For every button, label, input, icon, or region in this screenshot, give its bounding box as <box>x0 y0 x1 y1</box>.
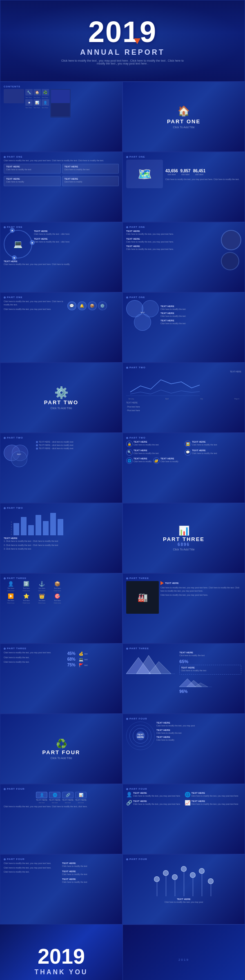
tag-dot-3 <box>4 226 6 228</box>
icon-text-6: 🔐 TEXT HERE Click here to modify <box>153 457 178 464</box>
icon-sub-5: Click here <box>7 602 15 604</box>
bar-7 <box>58 519 63 535</box>
venn-diagram: TEXT <box>126 300 159 331</box>
tag-part-four-3: PART FOUR <box>126 788 241 790</box>
play-icon: ▶️ <box>8 593 14 599</box>
part-one-title: PART ONE <box>167 118 200 125</box>
venn-text-3: TEXT HERE <box>160 319 241 322</box>
thank-you-slide: 2019 THANK YOU <box>0 924 122 980</box>
anchor-icon: ⚓ <box>39 581 45 587</box>
pct-label-3: text <box>85 664 88 666</box>
bar-chart-desc: TEXT HERE 1. Click here to modify the te… <box>4 537 119 551</box>
p4-4-text-blocks: TEXT HERE Click here to modify the text … <box>62 862 119 885</box>
icon-col-7: 👑 Text here Click here <box>35 593 49 604</box>
y-label-4: 4 <box>4 523 12 526</box>
icon-tool: 🔧 <box>25 89 33 96</box>
p4-3-item-3: 🔗 TEXT HERE Click here to modify the tex… <box>126 800 183 807</box>
icon-sub-6: Click here <box>23 602 30 604</box>
hex-3: 🔗 <box>62 792 74 798</box>
tag-dot-4 <box>126 226 128 228</box>
mini-mountain-chart <box>179 675 212 688</box>
text-here-3: TEXT HERE <box>126 245 219 247</box>
tag-part-three-2: PART THREE <box>126 577 241 579</box>
text-here-2: TEXT HERE <box>126 238 219 240</box>
hex-grid: 👤 TEXT HERE text text 🌐 TEXT HERE text t… <box>4 792 119 804</box>
info-box-2: TEXT HERE Click here to modify the text <box>62 164 119 174</box>
info-box-4: TEXT HERE Click here to modify <box>62 176 119 186</box>
bubble-1: 💬 <box>67 301 76 310</box>
part-one-slide-5: PART ONE Click here to modify the text, … <box>0 292 122 363</box>
contents-slide: CONTENTS 🔧 🏠 ♻️ Tool Text Tool Text Tool… <box>0 82 122 152</box>
hero-slide: 2019 ANNUAL REPORT Click here to modify … <box>0 0 245 82</box>
tag-dot-p3-1 <box>4 577 6 579</box>
part-four-slide-3: PART FOUR 👤 TEXT HERE Click here to modi… <box>122 784 245 854</box>
icon-label-5: Text here <box>7 599 14 601</box>
icon-text-3: 🔍 TEXT HERE Click here to modify the tex… <box>126 449 183 456</box>
china-map: 🗺️ <box>126 160 163 188</box>
chart-x-labels: January April July Report <box>126 398 241 400</box>
pct-indicators: 45% 💰 text 68% 💻 text 75% 🚩 text <box>67 651 119 667</box>
p3-4-pct-96: 96% <box>179 689 241 694</box>
tool-text-6: Tool Text <box>42 107 49 109</box>
hex-label-4: TEXT HERE <box>75 799 87 801</box>
p3-2-desc: Click here to modify the text, you may p… <box>160 586 241 592</box>
icon-label-7: Text here <box>38 599 45 601</box>
hex-sub-2: text text <box>52 802 58 804</box>
part-three-click-title: Click To Add Title <box>173 548 194 551</box>
icon-sub-7: Click here <box>38 602 46 604</box>
bar-3 <box>28 525 34 535</box>
part-three-number: 6896 <box>178 542 190 547</box>
icon-person: 👤 <box>42 99 49 106</box>
bar-4 <box>36 515 41 535</box>
text-here-p4-4c: TEXT HERE <box>62 878 87 880</box>
x-label-4: Report <box>234 398 239 400</box>
laptop2-icon: 💻 <box>79 657 83 662</box>
hex-sub-1: text text <box>39 802 45 804</box>
part-one-title-slide: 🏠 PART ONE Click To Add Title <box>122 82 245 152</box>
p4-4-text1: Click here to modify the text, you may p… <box>4 862 60 865</box>
tag-label-p2-3: PART TWO <box>129 437 146 439</box>
lollipop-stem-4 <box>184 872 184 896</box>
part-four-click-title: Click To Add Title <box>50 757 72 760</box>
hex-label-3: TEXT HERE <box>62 799 74 801</box>
part-two-slide-1: PART TWO TEXT HERE January April July Re… <box>122 363 245 433</box>
lock2-icon: 🔐 <box>153 457 160 464</box>
icon-col-4: 📦 Text here Click here <box>50 581 65 592</box>
lollipop-stem-3 <box>175 880 175 896</box>
lollipop-ball-1 <box>154 876 160 882</box>
venn-desc-2: Click here to modify the text <box>160 315 241 318</box>
gear-icon: ⚙️ <box>54 386 69 399</box>
pct-65: 65% <box>179 659 188 664</box>
p4-3-item-1: 👤 TEXT HERE Click here to modify the tex… <box>126 792 183 799</box>
text-header-3: TEXT HERE <box>4 260 119 263</box>
tag-dot-p4-5 <box>126 858 128 860</box>
p4-4-text2: Click here to modify the text, you may p… <box>4 866 60 870</box>
radio-text-2: TEXT HERE - click here to modify text <box>39 444 74 446</box>
tag-dot-p2-2 <box>4 437 6 439</box>
bar-chart-icon: 📊 <box>178 526 189 536</box>
p4-person-icon: 👤 <box>126 792 132 799</box>
lollipop-7 <box>208 878 214 896</box>
icon-col-8: 🎯 Text here Click here <box>50 593 65 604</box>
hex-col-3: 🔗 TEXT HERE text text <box>62 792 74 804</box>
text-desc-2: Click here to modify the text, you may p… <box>126 241 219 244</box>
icon-text-4: 💬 TEXT HERE Click here to modify the tex… <box>185 449 241 456</box>
chart-desc: TEXT HERE · Post text here · Post text h… <box>126 401 241 412</box>
p3-2-desc2: Click here to modify the text, you may p… <box>160 594 241 597</box>
circle-img-1 <box>221 230 241 250</box>
search-icon: 🔍 <box>126 449 133 456</box>
x-label-2: April <box>165 398 169 400</box>
info-box-1: TEXT HERE Click here to modify the text <box>4 164 61 174</box>
hex-4: 📊 <box>75 792 87 798</box>
venn-circle-3 <box>134 314 151 331</box>
icon-grid-p3-1b: ▶️ Text here Click here ⭐ Text here Clic… <box>4 593 119 604</box>
p3-3-text2: Click here to modify the text. <box>4 656 66 659</box>
tag-dot-p4-3 <box>126 788 128 790</box>
lollipop-ball-6 <box>199 868 205 874</box>
text-here-1: TEXT HERE <box>126 230 219 232</box>
part-four-slide-5: PART FOUR <box>122 854 245 924</box>
lollipop-ball-2 <box>163 870 169 876</box>
icon-text-1: 🔒 TEXT HERE Click here to modify the tex… <box>126 441 183 448</box>
pct-2: 68% 💻 text <box>67 657 119 662</box>
pct-value-3: 75% <box>67 663 78 667</box>
